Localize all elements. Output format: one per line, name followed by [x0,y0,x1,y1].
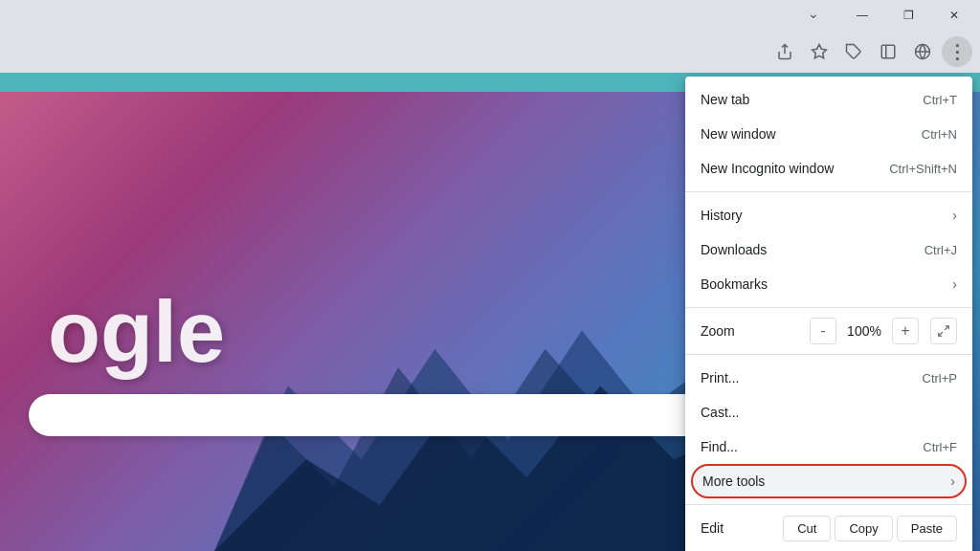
minimize-button[interactable]: — [840,0,884,31]
divider-3 [685,354,972,355]
cut-button[interactable]: Cut [783,516,831,541]
zoom-value: 100% [840,323,888,339]
menu-item-more-tools[interactable]: More tools › [691,464,967,498]
close-button[interactable]: ✕ [932,0,976,31]
divider-2 [685,307,972,308]
menu-item-print[interactable]: Print... Ctrl+P [685,361,972,395]
menu-item-new-tab[interactable]: New tab Ctrl+T [685,82,972,117]
chevron-icon: ⌄ [808,6,819,21]
svg-rect-2 [881,45,895,58]
copy-button[interactable]: Copy [835,516,892,541]
divider-4 [685,504,972,505]
search-bar[interactable]: 🎤 [29,394,741,436]
menu-item-find[interactable]: Find... Ctrl+F [685,430,972,464]
menu-item-downloads[interactable]: Downloads Ctrl+J [685,232,972,267]
svg-line-10 [939,332,943,336]
menu-item-cast[interactable]: Cast... [685,395,972,430]
share-icon[interactable] [769,36,800,67]
svg-marker-0 [813,45,827,58]
edit-row: Edit Cut Copy Paste [685,511,972,545]
menu-item-bookmarks[interactable]: Bookmarks › [685,267,972,301]
zoom-row: Zoom - 100% + [685,314,972,348]
extension-icon[interactable] [838,36,869,67]
bookmark-icon[interactable] [804,36,835,67]
paste-button[interactable]: Paste [897,516,957,541]
svg-line-9 [945,326,948,330]
browser-toolbar: ⋮ [0,31,980,73]
title-bar: ⌄ — ❐ ✕ [0,0,980,31]
window-controls: — ❐ ✕ [840,0,976,31]
zoom-fullscreen-button[interactable] [930,318,957,344]
zoom-controls: - 100% + [810,318,957,344]
zoom-plus-button[interactable]: + [892,318,919,344]
divider-1 [685,191,972,192]
globe-icon[interactable] [907,36,938,67]
content-area: ogle 🎤 New tab Ctrl+T New window Ctrl+N … [0,73,980,551]
menu-item-new-window[interactable]: New window Ctrl+N [685,117,972,151]
edit-buttons: Cut Copy Paste [783,516,957,541]
restore-button[interactable]: ❐ [886,0,930,31]
google-logo-partial: ogle [48,283,225,382]
dropdown-menu: New tab Ctrl+T New window Ctrl+N New Inc… [685,77,972,551]
zoom-minus-button[interactable]: - [810,318,836,344]
menu-icon[interactable]: ⋮ [942,36,972,67]
menu-item-history[interactable]: History › [685,198,972,232]
sidebar-icon[interactable] [873,36,903,67]
menu-item-new-incognito[interactable]: New Incognito window Ctrl+Shift+N [685,151,972,186]
browser-window: ⌄ — ❐ ✕ [0,0,980,551]
